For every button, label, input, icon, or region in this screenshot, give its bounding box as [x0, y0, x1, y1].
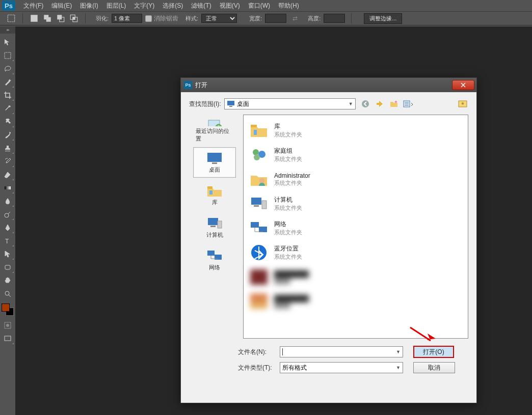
- color-swatches[interactable]: [2, 303, 14, 316]
- network-icon: [206, 250, 223, 263]
- recent-icon: [206, 117, 223, 126]
- svg-rect-35: [254, 130, 257, 135]
- favorites-icon[interactable]: [457, 98, 468, 109]
- path-select-icon[interactable]: [1, 247, 15, 261]
- move-tool-icon[interactable]: [1, 36, 15, 49]
- open-button[interactable]: 打开(O): [413, 346, 454, 358]
- svg-rect-27: [207, 186, 212, 189]
- back-icon[interactable]: [360, 98, 371, 109]
- pen-tool-icon[interactable]: [1, 221, 15, 234]
- svg-point-20: [362, 100, 369, 107]
- eraser-tool-icon[interactable]: [1, 168, 15, 181]
- menu-view[interactable]: 视图(V): [216, 0, 244, 12]
- file-item-redacted[interactable]: ████████████: [247, 265, 465, 289]
- lookin-select[interactable]: 桌面 ▼: [224, 98, 356, 109]
- dialog-title: 打开: [195, 81, 452, 90]
- style-select[interactable]: 正常: [201, 14, 237, 23]
- healing-tool-icon[interactable]: [1, 115, 15, 128]
- menu-type[interactable]: 文字(Y): [130, 0, 158, 12]
- hand-tool-icon[interactable]: [1, 274, 15, 287]
- view-menu-icon[interactable]: [403, 98, 414, 109]
- up-icon[interactable]: [374, 98, 385, 109]
- selection-intersect-icon[interactable]: [69, 13, 79, 23]
- brush-tool-icon[interactable]: [1, 128, 15, 142]
- stamp-tool-icon[interactable]: [1, 142, 15, 155]
- refine-edge-button[interactable]: 调整边缘...: [364, 13, 402, 24]
- file-item-bluetooth[interactable]: 蓝牙位置系统文件夹: [247, 240, 465, 265]
- file-item-user[interactable]: Administrator系统文件夹: [247, 167, 465, 191]
- ps-icon: Ps: [184, 81, 192, 89]
- file-item-computer[interactable]: 计算机系统文件夹: [247, 191, 465, 216]
- file-item-homegroup[interactable]: 家庭组系统文件夹: [247, 143, 465, 167]
- wand-tool-icon[interactable]: [1, 75, 15, 89]
- zoom-tool-icon[interactable]: [1, 287, 15, 300]
- svg-rect-31: [218, 221, 222, 228]
- file-item-redacted[interactable]: ████████████: [247, 289, 465, 314]
- text-tool-icon[interactable]: T: [1, 234, 15, 247]
- svg-rect-10: [5, 186, 11, 189]
- svg-point-38: [254, 154, 260, 160]
- dodge-tool-icon[interactable]: [1, 208, 15, 221]
- filetype-select[interactable]: 所有格式 ▼: [280, 362, 403, 373]
- menu-filter[interactable]: 滤镜(T): [187, 0, 215, 12]
- cancel-button[interactable]: 取消: [413, 362, 455, 373]
- file-item-libraries[interactable]: 库系统文件夹: [247, 118, 465, 143]
- menu-select[interactable]: 选择(S): [158, 0, 187, 12]
- place-libraries[interactable]: 库: [193, 180, 236, 210]
- quickmask-icon[interactable]: [1, 319, 15, 332]
- menu-window[interactable]: 窗口(W): [244, 0, 274, 12]
- dialog-titlebar[interactable]: Ps 打开: [181, 78, 476, 92]
- close-button[interactable]: [452, 80, 474, 90]
- menu-help[interactable]: 帮助(H): [274, 0, 303, 12]
- feather-input[interactable]: [112, 14, 142, 23]
- menu-layer[interactable]: 图层(L): [102, 0, 130, 12]
- menu-file[interactable]: 文件(F): [19, 0, 47, 12]
- place-network[interactable]: 网络: [193, 245, 236, 275]
- svg-rect-44: [259, 227, 267, 232]
- selection-new-icon[interactable]: [29, 13, 39, 23]
- file-name: Administrator: [274, 172, 310, 179]
- menu-image[interactable]: 图像(I): [76, 0, 102, 12]
- desktop-icon: [206, 152, 223, 165]
- image-thumb: [249, 292, 269, 311]
- lookin-label: 查找范围(I):: [189, 100, 221, 108]
- selection-add-icon[interactable]: [42, 13, 52, 23]
- image-thumb: [249, 268, 269, 286]
- menu-edit[interactable]: 编辑(E): [47, 0, 76, 12]
- file-type: 系统文件夹: [274, 253, 302, 261]
- swap-wh-icon: ⇄: [292, 15, 298, 22]
- file-name: 库: [274, 122, 302, 131]
- place-desktop[interactable]: 桌面: [193, 147, 236, 178]
- place-label: 计算机: [206, 231, 223, 239]
- options-bar: 羽化: 消除锯齿 样式: 正常 宽度: ⇄ 高度: 调整边缘...: [0, 11, 532, 25]
- eyedropper-tool-icon[interactable]: [1, 102, 15, 115]
- place-recent[interactable]: 最近访问的位置: [193, 115, 236, 145]
- file-name: 网络: [274, 220, 302, 229]
- svg-text:T: T: [5, 238, 9, 245]
- file-list[interactable]: 库系统文件夹 家庭组系统文件夹 Administrator系统文件夹 计算机系统…: [243, 115, 468, 339]
- new-folder-icon[interactable]: [388, 98, 400, 109]
- chevron-down-icon: ▼: [396, 349, 401, 354]
- place-computer[interactable]: 计算机: [193, 212, 236, 243]
- blur-tool-icon[interactable]: [1, 195, 15, 208]
- marquee-tool-icon[interactable]: [6, 13, 16, 23]
- svg-rect-0: [8, 15, 15, 22]
- svg-point-39: [259, 178, 264, 183]
- shape-tool-icon[interactable]: [1, 261, 15, 274]
- gradient-tool-icon[interactable]: [1, 181, 15, 195]
- crop-tool-icon[interactable]: [1, 89, 15, 102]
- file-name: 家庭组: [274, 147, 302, 155]
- history-brush-icon[interactable]: [1, 155, 15, 168]
- file-name: 蓝牙位置: [274, 244, 302, 253]
- lasso-tool-icon[interactable]: [1, 62, 15, 75]
- filename-input[interactable]: ▼: [280, 346, 403, 357]
- antialias-checkbox[interactable]: 消除锯齿: [145, 14, 178, 23]
- marquee-tool-icon[interactable]: [1, 49, 15, 62]
- selection-subtract-icon[interactable]: [56, 13, 66, 23]
- svg-rect-17: [5, 336, 11, 341]
- screenmode-icon[interactable]: [1, 332, 15, 345]
- folder-icon: [249, 121, 269, 140]
- foreground-color[interactable]: [2, 303, 10, 312]
- file-item-network[interactable]: 网络系统文件夹: [247, 216, 465, 240]
- svg-rect-3: [46, 17, 51, 22]
